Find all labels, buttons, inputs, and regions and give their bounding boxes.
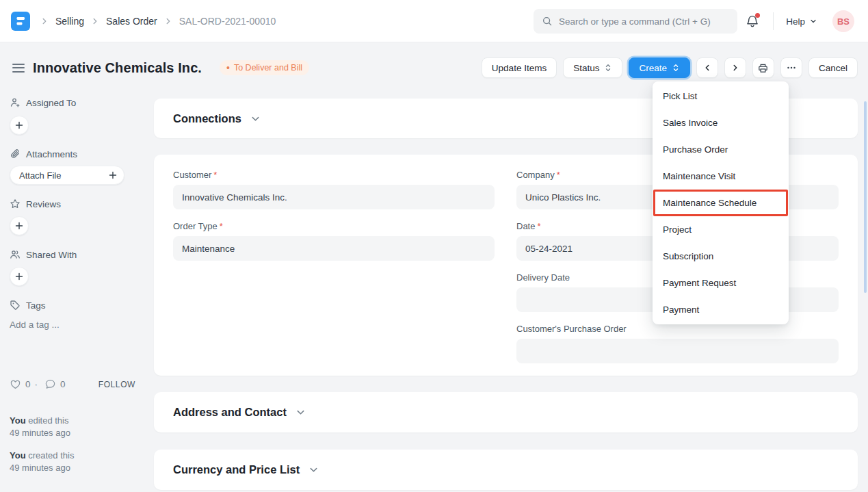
notifications-button[interactable] — [746, 14, 759, 28]
plus-icon — [15, 272, 23, 281]
tags-label: Tags — [26, 300, 46, 311]
menu-item-pick-list[interactable]: Pick List — [653, 83, 789, 109]
tags-section: Tags — [10, 300, 135, 311]
erpnext-logo-glyph — [11, 12, 30, 31]
activity-created: You created this 49 minutes ago — [10, 450, 135, 474]
breadcrumb: Selling Sales Order SAL-ORD-2021-00010 — [40, 16, 276, 27]
menu-item-subscription[interactable]: Subscription — [653, 243, 789, 270]
document-social-row: 0 · 0 FOLLOW — [10, 378, 135, 390]
breadcrumb-sales-order[interactable]: Sales Order — [106, 16, 157, 27]
address-contact-section-header[interactable]: Address and Contact — [154, 392, 858, 432]
chevron-right-icon — [40, 16, 49, 26]
heart-icon[interactable] — [10, 378, 21, 390]
paperclip-icon — [10, 148, 21, 159]
next-document-button[interactable] — [724, 57, 746, 78]
customer-label: Customer* — [173, 170, 495, 180]
menu-item-maintenance-schedule[interactable]: Maintenance Schedule — [653, 190, 788, 216]
attach-file-label: Attach File — [19, 170, 61, 181]
search-placeholder: Search or type a command (Ctrl + G) — [559, 16, 711, 27]
status-badge: • To Deliver and Bill — [220, 60, 309, 75]
vertical-scrollbar[interactable] — [864, 101, 867, 293]
chevron-right-icon — [731, 63, 740, 73]
follow-button[interactable]: FOLLOW — [98, 380, 135, 389]
assigned-to-section: Assigned To — [10, 97, 135, 108]
add-review-button[interactable] — [10, 216, 29, 235]
chevron-left-icon — [702, 63, 712, 73]
print-button[interactable] — [752, 57, 774, 78]
menu-item-payment[interactable]: Payment — [653, 296, 789, 323]
add-tag-input[interactable]: Add a tag ... — [10, 320, 135, 330]
attach-file-button[interactable]: Attach File — [10, 166, 124, 185]
chevron-down-icon — [809, 17, 817, 25]
prev-document-button[interactable] — [696, 57, 718, 78]
more-actions-button[interactable] — [780, 57, 802, 78]
avatar-initials: BS — [837, 16, 850, 27]
assign-user-icon — [10, 97, 21, 108]
order-type-label: Order Type* — [173, 221, 495, 231]
update-items-button[interactable]: Update Items — [482, 57, 557, 78]
tag-icon — [10, 300, 21, 311]
navbar-divider — [773, 12, 774, 30]
top-navbar: Selling Sales Order SAL-ORD-2021-00010 S… — [0, 0, 868, 42]
form-column-left: Customer* Innovative Chemicals Inc. Orde… — [173, 170, 495, 361]
ellipsis-icon — [786, 62, 797, 73]
required-mark: * — [557, 170, 560, 180]
breadcrumb-selling[interactable]: Selling — [55, 16, 84, 27]
help-menu[interactable]: Help — [786, 16, 817, 27]
chevron-right-icon — [163, 16, 173, 26]
customer-po-input[interactable] — [516, 339, 839, 363]
currency-price-list-title: Currency and Price List — [173, 463, 300, 476]
page-header: Innovative Chemicals Inc. • To Deliver a… — [12, 56, 858, 79]
menu-item-payment-request[interactable]: Payment Request — [653, 270, 789, 296]
create-button[interactable]: Create — [629, 57, 690, 78]
erpnext-logo[interactable] — [11, 12, 30, 31]
required-mark: * — [213, 170, 217, 180]
chevron-down-icon — [308, 465, 319, 475]
avatar[interactable]: BS — [832, 10, 854, 32]
search-icon — [542, 16, 553, 27]
search-input[interactable]: Search or type a command (Ctrl + G) — [534, 9, 737, 34]
sidebar-toggle-icon[interactable] — [12, 64, 25, 73]
customer-po-label: Customer's Purchase Order — [516, 324, 839, 334]
select-chevrons-icon — [672, 63, 680, 73]
plus-icon — [109, 171, 117, 179]
create-button-label: Create — [639, 63, 667, 73]
activity-edited: You edited this 49 minutes ago — [10, 415, 135, 439]
status-dot: • — [226, 63, 230, 73]
chevron-right-icon — [90, 16, 100, 26]
currency-price-list-section-header[interactable]: Currency and Price List — [154, 450, 858, 490]
cancel-button[interactable]: Cancel — [808, 57, 858, 78]
printer-icon — [757, 62, 769, 74]
menu-item-sales-invoice[interactable]: Sales Invoice — [653, 109, 789, 136]
customer-input[interactable]: Innovative Chemicals Inc. — [173, 185, 495, 209]
menu-item-project[interactable]: Project — [653, 216, 789, 243]
customer-po-field: Customer's Purchase Order — [516, 324, 839, 363]
menu-item-purchase-order[interactable]: Purchase Order — [653, 136, 789, 163]
reviews-label: Reviews — [26, 199, 61, 209]
status-button[interactable]: Status — [563, 57, 622, 78]
comment-icon[interactable] — [44, 378, 56, 390]
status-badge-label: To Deliver and Bill — [234, 63, 302, 73]
cancel-button-label: Cancel — [819, 63, 847, 73]
required-mark: * — [220, 221, 223, 231]
add-share-button[interactable] — [10, 267, 29, 286]
like-count: 0 — [25, 379, 31, 389]
activity-time: 49 minutes ago — [10, 462, 135, 474]
plus-icon — [15, 121, 23, 129]
chevron-down-icon — [295, 407, 306, 417]
header-actions: Update Items Status Create — [482, 57, 858, 78]
help-label: Help — [786, 16, 805, 27]
customer-field: Customer* Innovative Chemicals Inc. — [173, 170, 495, 209]
dot-separator: · — [35, 379, 38, 389]
activity-actor: You — [10, 450, 26, 461]
add-assignment-button[interactable] — [10, 116, 29, 135]
order-type-input[interactable]: Maintenance — [173, 236, 495, 261]
create-dropdown-menu: Pick List Sales Invoice Purchase Order M… — [653, 81, 789, 324]
update-items-label: Update Items — [492, 63, 547, 73]
star-icon — [10, 198, 21, 209]
attachments-section: Attachments — [10, 148, 135, 159]
menu-item-maintenance-visit[interactable]: Maintenance Visit — [653, 163, 789, 190]
shared-with-label: Shared With — [26, 250, 77, 260]
activity-action: edited this — [28, 415, 68, 426]
connections-title: Connections — [173, 112, 241, 125]
